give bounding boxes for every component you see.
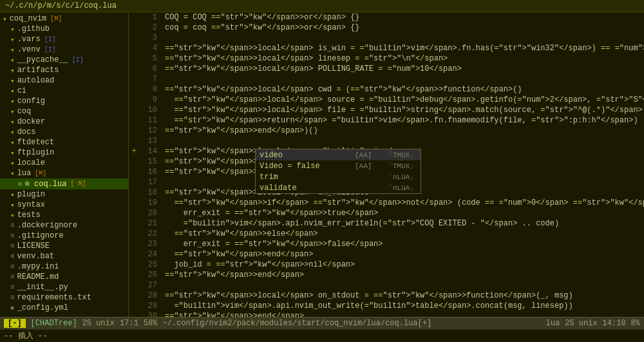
line-number-12: 12 [139,126,162,136]
tree-item-coq_nvim[interactable]: ▾coq_nvim[M] [0,14,128,24]
status-position: 17:1 [120,319,138,328]
tree-item-coq_lua[interactable]: ⊙⊙ coq.lua[ M] [0,178,128,189]
tree-icon-dockerignore: ≡ [10,222,15,229]
tree-icon-autoload: ▾ [10,77,15,85]
tree-item-github[interactable]: ▾.github [0,24,128,34]
tree-label-vars: .vars [17,35,41,44]
tree-item-dockerignore[interactable]: ≡.dockerignore [0,220,128,231]
code-line-26: 26=="str">"kw"</span>>end</span> [129,270,644,280]
completion-label-1: Video = false [260,162,350,171]
completion-item-1[interactable]: Video = false[AA]「TMUX」 [256,160,421,171]
title-bar: ~/.c/n/p/m/s/c/l/coq.lua [0,0,644,12]
tree-item-mypy_ini[interactable]: ≡.mypy.ini [0,261,128,272]
line-content-20: err_exit = =="str">"kw"</span>>true</spa… [162,208,644,218]
line-number-18: 18 [139,187,162,198]
line-number-23: 23 [139,239,162,249]
tree-item-plugin[interactable]: ▾plugin [0,189,128,200]
code-line-21: 21 ="builtin">vim</span>.api.nvim_err_wr… [129,218,644,229]
tree-item-ci[interactable]: ▾ci [0,86,128,96]
tree-item-license[interactable]: ≡LICENSE [0,241,128,251]
tree-icon-init_py: ≡ [10,283,15,291]
tree-item-autoload[interactable]: ▾autoload [0,75,128,86]
status-mode: [-] [4,319,26,328]
tree-item-config[interactable]: ▾config [0,96,128,106]
tree-item-syntax[interactable]: ▾syntax [0,200,128,210]
completion-item-0[interactable]: video[AA]「TMUX」 [256,149,421,160]
title-text: ~/.c/n/p/m/s/c/l/coq.lua [5,1,117,10]
tree-label-tests: tests [17,211,41,220]
completion-extra-3: 「nLUA」 [386,183,417,193]
tree-label-init_py: __init__.py [17,283,68,292]
tree-icon-docker: ▾ [10,118,15,126]
tree-badge-lua: [M] [35,170,46,177]
tree-label-pycache: __pycache__ [17,55,68,64]
tree-item-init_py[interactable]: ≡__init__.py [0,282,128,292]
status-percent: 58% [144,319,158,328]
line-content-28: =="str">"kw"</span>>local</span> on_stdo… [162,290,644,301]
tree-icon-config_yml: ✖ [10,304,15,312]
tree-label-config: config [17,97,45,106]
line-number-30: 30 [139,311,162,317]
tree-label-coq: coq [17,107,32,116]
tree-item-readme[interactable]: ≡README.md [0,272,128,282]
line-number-11: 11 [139,115,162,126]
code-line-20: 20 err_exit = =="str">"kw"</span>>true</… [129,208,644,218]
code-line-6: 6=="str">"kw"</span>>local</span> POLLIN… [129,64,644,74]
tree-item-requirements[interactable]: ≡requirements.txt [0,292,128,303]
code-line-28: 28=="str">"kw"</span>>local</span> on_st… [129,290,644,301]
completion-item-2[interactable]: trim「nLUA」 [256,171,421,182]
tree-item-venv_bat[interactable]: ≡venv.bat [0,251,128,261]
tree-item-docs[interactable]: ▾docs [0,127,128,137]
tree-item-locale[interactable]: ▾locale [0,158,128,168]
code-line-29: 29 ="builtin">vim</span>.api.nvim_out_wr… [129,301,644,311]
tree-icon-config: ▾ [10,97,15,106]
tree-label-docker: docker [17,117,45,126]
code-line-4: 4=="str">"kw"</span>>local</span> is_win… [129,43,644,53]
tree-icon-syntax: ▾ [10,201,15,209]
line-number-6: 6 [139,64,162,74]
tree-item-vars[interactable]: ▾.vars[I] [0,34,128,44]
tree-label-ftdetect: ftdetect [17,138,55,147]
tree-badge-coq_nvim: [M] [50,15,62,23]
tree-label-readme: README.md [17,272,59,281]
tree-icon-ftdetect: ▾ [10,138,15,147]
line-content-26: =="str">"kw"</span>>end</span> [162,270,644,280]
tree-item-pycache[interactable]: ▾__pycache__[I] [0,55,128,65]
tree-label-coq_lua: ⊙ coq.lua [25,179,67,189]
code-line-19: 19 =="str">"kw"</span>>if</span> =="str"… [129,198,644,208]
tree-item-config_yml[interactable]: ✖_config.yml [0,303,128,313]
line-number-7: 7 [139,74,162,84]
tree-item-lua[interactable]: ▾lua[M] [0,168,128,178]
tree-label-license: LICENSE [17,242,50,251]
tree-icon-github: ▾ [10,25,15,33]
tree-item-artifacts[interactable]: ▾artifacts [0,65,128,75]
tree-item-tests[interactable]: ▾tests [0,210,128,220]
tree-item-coq[interactable]: ▾coq [0,106,128,117]
tree-item-ftdetect[interactable]: ▾ftdetect [0,137,128,147]
tree-label-github: .github [17,24,50,33]
tree-item-docker[interactable]: ▾docker [0,117,128,127]
tree-label-venv_bat: venv.bat [17,252,55,261]
tree-badge-venv: [I] [44,46,56,53]
completion-label-0: video [260,151,350,160]
file-tree-sidebar: ▾coq_nvim[M]▾.github▾.vars[I]▾.venv[I]▾_… [0,12,129,317]
tree-item-gitignore[interactable]: ≡.gitignore [0,231,128,241]
completion-item-3[interactable]: validate「nLUA」 [256,182,421,193]
tree-item-venv[interactable]: ▾.venv[I] [0,44,128,55]
line-number-8: 8 [139,84,162,95]
code-line-3: 3 [129,33,644,43]
line-content-4: =="str">"kw"</span>>local</span> is_win … [162,43,644,53]
tree-label-artifacts: artifacts [17,66,59,75]
completion-kind-1: [AA] [355,162,381,170]
completion-popup[interactable]: video[AA]「TMUX」Video = false[AA]「TMUX」tr… [255,149,421,194]
line-content-30: =="str">"kw"</span>>end</span> [162,311,644,317]
tree-label-docs: docs [17,128,36,137]
line-number-3: 3 [139,33,162,43]
line-content-10: =="str">"kw"</span>>local</span> file = … [162,105,644,115]
line-number-14: 14 [139,146,162,157]
code-line-23: 23 err_exit = =="str">"kw"</span>>false<… [129,239,644,249]
tree-item-ftplugin[interactable]: ▾ftplugin [0,147,128,158]
line-number-21: 21 [139,218,162,229]
code-area[interactable]: 1COQ = COQ =="str">"kw"</span>>or</span>… [129,12,644,317]
tree-icon-vars: ▾ [10,35,15,44]
